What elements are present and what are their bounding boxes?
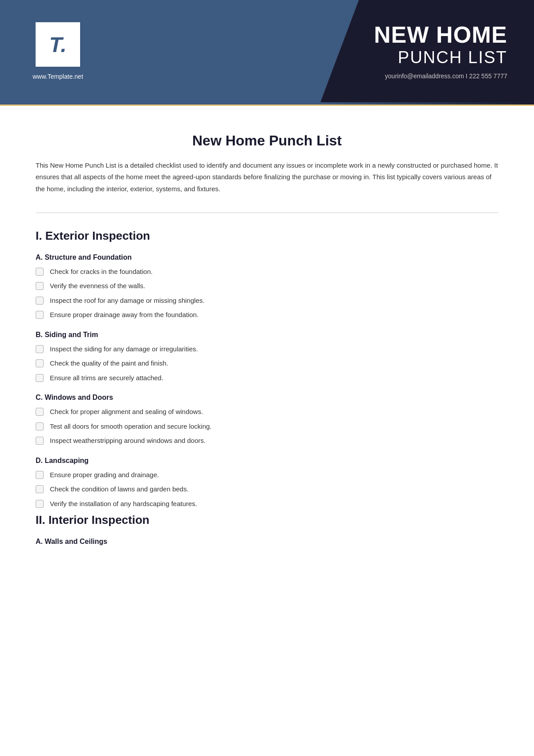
list-item: Test all doors for smooth operation and … [36,422,498,432]
checkbox-icon[interactable] [36,282,44,290]
list-item: Ensure proper grading and drainage. [36,470,498,480]
list-item: Check the quality of the paint and finis… [36,358,498,369]
list-item-text: Check the condition of lawns and garden … [50,484,189,495]
sections-container: I. Exterior InspectionA. Structure and F… [36,229,498,546]
list-item: Check for proper alignment and sealing o… [36,407,498,417]
list-item-text: Ensure proper grading and drainage. [50,470,159,480]
subsection-title-I-B: B. Siding and Trim [36,331,498,339]
checklist-I-A: Check for cracks in the foundation.Verif… [36,267,498,320]
list-item-text: Inspect the siding for any damage or irr… [50,344,198,354]
list-item: Check for cracks in the foundation. [36,267,498,277]
header-title-sub: PUNCH LIST [398,48,507,67]
checkbox-icon[interactable] [36,437,44,445]
header-title-main: NEW HOME [374,23,507,46]
list-item: Inspect the siding for any damage or irr… [36,344,498,354]
checkbox-icon[interactable] [36,422,44,430]
checkbox-icon[interactable] [36,485,44,493]
list-item-text: Inspect weatherstripping around windows … [50,436,206,446]
list-item: Inspect the roof for any damage or missi… [36,296,498,306]
checkbox-icon[interactable] [36,345,44,353]
checkbox-icon[interactable] [36,500,44,508]
subsection-I-C: C. Windows and DoorsCheck for proper ali… [36,394,498,446]
header-title-area: NEW HOME PUNCH LIST yourinfo@emailaddres… [347,0,534,102]
checkbox-icon[interactable] [36,408,44,416]
list-item: Ensure proper drainage away from the fou… [36,310,498,320]
logo-letter: T. [49,32,66,57]
checklist-I-B: Inspect the siding for any damage or irr… [36,344,498,383]
header-logo-area: T. www.Template.net [0,0,116,102]
list-item: Verify the installation of any hardscapi… [36,499,498,509]
subsection-I-A: A. Structure and FoundationCheck for cra… [36,253,498,320]
section-title-I: I. Exterior Inspection [36,229,498,243]
section-title-II: II. Interior Inspection [36,513,498,527]
checkbox-icon[interactable] [36,297,44,305]
checkbox-icon[interactable] [36,268,44,276]
list-item-text: Test all doors for smooth operation and … [50,422,212,432]
checkbox-icon[interactable] [36,359,44,367]
subsection-title-I-C: C. Windows and Doors [36,394,498,402]
subsection-title-II-A: A. Walls and Ceilings [36,538,498,546]
list-item-text: Ensure all trims are securely attached. [50,373,163,383]
list-item-text: Ensure proper drainage away from the fou… [50,310,198,320]
checkbox-icon[interactable] [36,374,44,382]
section-I: I. Exterior InspectionA. Structure and F… [36,229,498,509]
subsection-title-I-A: A. Structure and Foundation [36,253,498,261]
list-item: Inspect weatherstripping around windows … [36,436,498,446]
subsection-I-B: B. Siding and TrimInspect the siding for… [36,331,498,383]
list-item: Verify the evenness of the walls. [36,281,498,291]
list-item-text: Check the quality of the paint and finis… [50,358,168,369]
main-content: New Home Punch List This New Home Punch … [0,106,534,587]
logo-box: T. [36,22,80,67]
list-item-text: Inspect the roof for any damage or missi… [50,296,205,306]
section-II: II. Interior InspectionA. Walls and Ceil… [36,513,498,546]
list-item: Check the condition of lawns and garden … [36,484,498,495]
list-item-text: Verify the installation of any hardscapi… [50,499,197,509]
page-header: T. www.Template.net NEW HOME PUNCH LIST … [0,0,534,102]
header-contact: yourinfo@emailaddress.com I 222 555 7777 [385,72,507,80]
list-item-text: Verify the evenness of the walls. [50,281,145,291]
subsection-I-D: D. LandscapingEnsure proper grading and … [36,457,498,509]
document-title: New Home Punch List [36,133,498,149]
document-intro: This New Home Punch List is a detailed c… [36,160,498,195]
checklist-I-C: Check for proper alignment and sealing o… [36,407,498,446]
list-item-text: Check for proper alignment and sealing o… [50,407,203,417]
subsection-title-I-D: D. Landscaping [36,457,498,465]
subsection-II-A: A. Walls and Ceilings [36,538,498,546]
section-divider [36,213,498,213]
checklist-I-D: Ensure proper grading and drainage.Check… [36,470,498,509]
list-item-text: Check for cracks in the foundation. [50,267,153,277]
list-item: Ensure all trims are securely attached. [36,373,498,383]
checkbox-icon[interactable] [36,471,44,479]
accent-bar [0,102,534,106]
checkbox-icon[interactable] [36,311,44,319]
logo-url: www.Template.net [32,73,83,80]
